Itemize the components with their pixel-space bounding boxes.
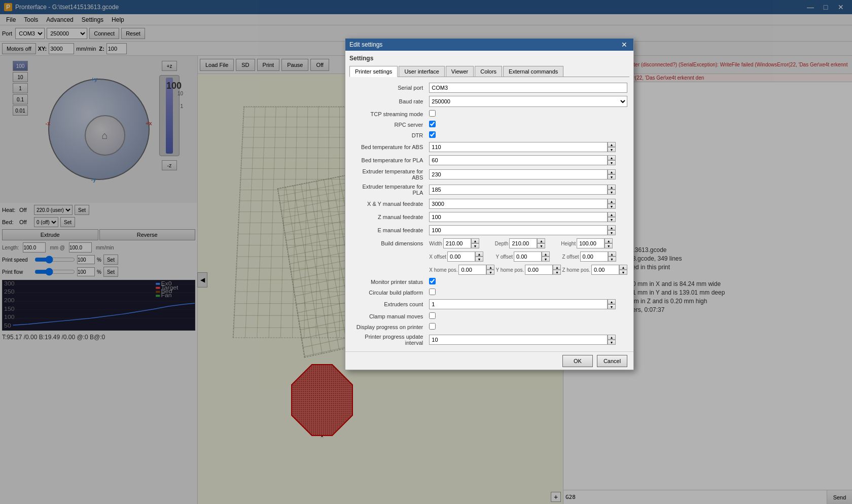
e-feedrate-label: E manual feedrate bbox=[349, 224, 427, 237]
xhome-down[interactable]: ▼ bbox=[486, 270, 494, 275]
yhome-down[interactable]: ▼ bbox=[553, 270, 561, 275]
circular-label: Circular build platform bbox=[349, 287, 427, 298]
dtr-checkbox[interactable] bbox=[429, 131, 436, 138]
ext-abs-down[interactable]: ▼ bbox=[608, 174, 616, 179]
modal-tabs: Printer settings User interface Viewer C… bbox=[349, 66, 629, 77]
ext-pla-down[interactable]: ▼ bbox=[608, 190, 616, 195]
display-progress-label: Display progress on printer bbox=[349, 321, 427, 332]
ok-button[interactable]: OK bbox=[562, 355, 593, 367]
depth-down[interactable]: ▼ bbox=[537, 243, 545, 248]
yhome-input[interactable] bbox=[525, 265, 553, 275]
xy-feedrate-down[interactable]: ▼ bbox=[608, 204, 616, 209]
dtr-label: DTR bbox=[349, 130, 427, 140]
home-pos-row: X home pos. ▲ ▼ Y home pos. bbox=[349, 263, 629, 276]
baud-rate-row: Baud rate 250000 115200 9600 bbox=[349, 94, 629, 109]
tab-viewer[interactable]: Viewer bbox=[446, 66, 474, 77]
e-feedrate-down[interactable]: ▼ bbox=[608, 230, 616, 235]
extruders-up[interactable]: ▲ bbox=[608, 299, 616, 304]
extruders-input[interactable] bbox=[429, 299, 608, 309]
offset-row-label bbox=[349, 250, 427, 263]
depth-spinner: ▲ ▼ bbox=[509, 238, 560, 248]
bed-pla-label: Bed temperature for PLA bbox=[349, 154, 427, 167]
xoffset-down[interactable]: ▼ bbox=[475, 257, 483, 262]
display-progress-checkbox[interactable] bbox=[429, 323, 436, 330]
xoffset-input[interactable] bbox=[447, 251, 475, 262]
height-down[interactable]: ▼ bbox=[605, 243, 613, 248]
height-up[interactable]: ▲ bbox=[605, 238, 613, 243]
xy-feedrate-input[interactable] bbox=[429, 199, 608, 209]
ext-pla-up[interactable]: ▲ bbox=[608, 185, 616, 190]
baud-rate-label: Baud rate bbox=[349, 94, 427, 109]
baud-rate-select[interactable]: 250000 115200 9600 bbox=[429, 96, 627, 107]
update-interval-up[interactable]: ▲ bbox=[608, 335, 616, 340]
yhome-spinner: ▲ ▼ bbox=[525, 265, 561, 275]
zhome-input[interactable] bbox=[591, 265, 619, 275]
clamp-checkbox[interactable] bbox=[429, 312, 436, 319]
yoffset-up[interactable]: ▲ bbox=[542, 251, 550, 257]
zoffset-up[interactable]: ▲ bbox=[608, 251, 616, 257]
xhome-spinner: ▲ ▼ bbox=[458, 265, 494, 275]
xoffset-up[interactable]: ▲ bbox=[475, 251, 483, 257]
width-up[interactable]: ▲ bbox=[471, 238, 479, 243]
rpc-checkbox[interactable] bbox=[429, 121, 436, 127]
depth-input[interactable] bbox=[509, 238, 537, 248]
xy-feedrate-up[interactable]: ▲ bbox=[608, 199, 616, 204]
e-feedrate-input[interactable] bbox=[429, 225, 608, 235]
serial-port-label: Serial port bbox=[349, 81, 427, 94]
bed-pla-up[interactable]: ▲ bbox=[608, 155, 616, 160]
z-feedrate-row: Z manual feedrate ▲ ▼ bbox=[349, 210, 629, 224]
bed-abs-input[interactable] bbox=[429, 142, 608, 152]
update-interval-input[interactable] bbox=[429, 335, 608, 345]
xhome-up[interactable]: ▲ bbox=[486, 265, 494, 270]
ext-pla-input[interactable] bbox=[429, 185, 608, 195]
width-label: Width bbox=[429, 241, 442, 246]
depth-up[interactable]: ▲ bbox=[537, 238, 545, 243]
zoffset-down[interactable]: ▼ bbox=[608, 257, 616, 262]
build-dim-wdh: Width ▲ ▼ Depth bbox=[429, 238, 627, 248]
tab-external-commands[interactable]: External commands bbox=[503, 66, 563, 77]
yoffset-down[interactable]: ▼ bbox=[542, 257, 550, 262]
width-input[interactable] bbox=[443, 238, 471, 248]
tab-user-interface[interactable]: User interface bbox=[399, 66, 444, 77]
monitor-checkbox[interactable] bbox=[429, 278, 436, 284]
e-feedrate-up[interactable]: ▲ bbox=[608, 225, 616, 230]
tab-colors[interactable]: Colors bbox=[475, 66, 502, 77]
bed-pla-input[interactable] bbox=[429, 155, 608, 165]
ext-abs-up[interactable]: ▲ bbox=[608, 169, 616, 174]
bed-abs-down[interactable]: ▼ bbox=[608, 147, 616, 152]
xy-feedrate-spinner: ▲ ▼ bbox=[429, 199, 627, 209]
update-interval-down[interactable]: ▼ bbox=[608, 340, 616, 345]
z-feedrate-label: Z manual feedrate bbox=[349, 210, 427, 224]
bed-pla-down[interactable]: ▼ bbox=[608, 160, 616, 165]
serial-port-input[interactable] bbox=[429, 83, 627, 93]
xhome-label: X home pos. bbox=[429, 267, 457, 273]
tab-printer-settings[interactable]: Printer settings bbox=[349, 66, 398, 77]
ext-abs-input[interactable] bbox=[429, 169, 608, 179]
zoffset-input[interactable] bbox=[580, 251, 608, 262]
serial-port-row: Serial port bbox=[349, 81, 629, 94]
tcp-checkbox[interactable] bbox=[429, 110, 436, 117]
width-spinner: ▲ ▼ bbox=[443, 238, 494, 248]
modal-close-button[interactable]: ✕ bbox=[619, 40, 629, 50]
zhome-down[interactable]: ▼ bbox=[619, 270, 627, 275]
extruders-down[interactable]: ▼ bbox=[608, 304, 616, 309]
z-feedrate-down[interactable]: ▼ bbox=[608, 217, 616, 222]
ext-pla-spinner: ▲ ▼ bbox=[429, 185, 627, 195]
bed-abs-up[interactable]: ▲ bbox=[608, 142, 616, 147]
xhome-input[interactable] bbox=[458, 265, 486, 275]
z-feedrate-up[interactable]: ▲ bbox=[608, 212, 616, 217]
circular-row: Circular build platform bbox=[349, 287, 629, 298]
width-down[interactable]: ▼ bbox=[471, 243, 479, 248]
cancel-button[interactable]: Cancel bbox=[597, 355, 627, 367]
yhome-up[interactable]: ▲ bbox=[553, 265, 561, 270]
zhome-label: Z home pos. bbox=[562, 267, 590, 273]
height-input[interactable] bbox=[577, 238, 605, 248]
yoffset-input[interactable] bbox=[514, 251, 542, 262]
extruders-row: Extruders count ▲ ▼ bbox=[349, 298, 629, 311]
zhome-up[interactable]: ▲ bbox=[619, 265, 627, 270]
z-feedrate-input[interactable] bbox=[429, 212, 608, 222]
yhome-label: Y home pos. bbox=[495, 267, 524, 273]
tcp-label: TCP streaming mode bbox=[349, 109, 427, 119]
circular-checkbox[interactable] bbox=[429, 289, 436, 295]
home-pos-row-label bbox=[349, 263, 427, 276]
